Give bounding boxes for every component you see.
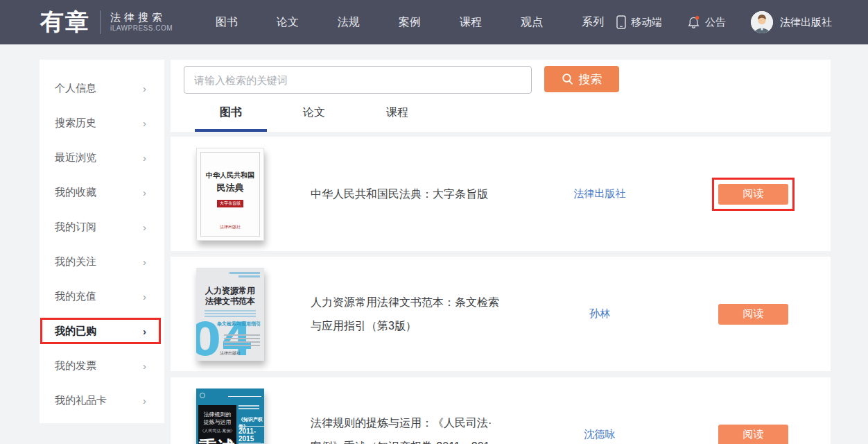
book-cover[interactable]: 法律规则的 提炼与运用 《人民司法·案例》 重述 《知识产权卷》 2011-20… (196, 388, 264, 444)
sidebar-item-search-history[interactable]: 搜索历史› (40, 105, 164, 140)
book-row: 法律规则的 提炼与运用 《人民司法·案例》 重述 《知识产权卷》 2011-20… (171, 377, 831, 444)
read-button[interactable]: 阅读 (718, 304, 788, 325)
cover-publisher: 法律出版社 (196, 350, 264, 357)
sidebar-item-label: 我的礼品卡 (55, 394, 107, 407)
search-icon (562, 73, 574, 85)
cover-decoration (228, 396, 261, 397)
top-navbar: 有章 法律搜索 iLAWPRESS.COM 图书 论文 法规 案例 课程 观点 … (0, 0, 868, 44)
book-author-link[interactable]: 孙林 (541, 307, 659, 321)
sidebar-item-label: 搜索历史 (55, 117, 96, 130)
bell-wrap (687, 15, 700, 29)
search-row: 搜索 (171, 60, 831, 94)
sidebar-item-label: 我的关注 (55, 255, 96, 268)
book-row: 人力资源常用 法律文书范本 04 条文检索与应用指引 法律出版社 人力资源常用法… (171, 257, 831, 371)
chevron-right-icon: › (143, 152, 146, 164)
search-input[interactable] (184, 66, 532, 94)
cover-badge: 大字条旨版 (217, 200, 243, 207)
sidebar-item-purchased[interactable]: 我的已购› (40, 314, 164, 348)
notification-dot (695, 16, 699, 19)
brand-divider (100, 10, 101, 34)
avatar-illustration (751, 11, 773, 33)
book-title: 人力资源常用法律文书范本：条文检索 与应用指引（第3版） (311, 291, 523, 338)
cover-decoration (238, 405, 259, 411)
tab-books[interactable]: 图书 (195, 94, 267, 132)
tab-label: 课程 (386, 105, 408, 120)
book-title-line: 法律规则的提炼与运用：《人民司法· (311, 411, 523, 435)
chevron-right-icon: › (143, 325, 146, 337)
sidebar-item-following[interactable]: 我的关注› (40, 244, 164, 279)
chevron-right-icon: › (143, 291, 146, 302)
user-menu[interactable]: 法律出版社 (751, 11, 832, 33)
chevron-right-icon: › (143, 256, 146, 268)
username: 法律出版社 (780, 16, 832, 29)
mobile-link[interactable]: 移动端 (616, 15, 662, 29)
cover-title-line: 法律规则的 (198, 411, 236, 418)
cover-title-line: 民法典 (201, 182, 259, 194)
sidebar-item-invoices[interactable]: 我的发票› (40, 348, 164, 383)
sidebar-item-favorites[interactable]: 我的收藏› (40, 175, 164, 210)
cover-title-line: 中华人民共和国 (201, 171, 259, 180)
tab-papers[interactable]: 论文 (278, 94, 350, 132)
tab-label: 论文 (303, 105, 325, 120)
chevron-right-icon: › (143, 187, 146, 198)
tab-courses[interactable]: 课程 (361, 94, 433, 132)
book-title-line: 中华人民共和国民法典：大字条旨版 (311, 182, 523, 206)
mobile-phone-icon (616, 15, 626, 29)
tab-label: 图书 (220, 105, 242, 120)
book-author-link[interactable]: 沈德咏 (541, 428, 659, 441)
brand-domain: iLAWPRESS.COM (110, 24, 173, 33)
sidebar-item-label: 个人信息 (55, 82, 96, 95)
sidebar-item-recently-viewed[interactable]: 最近浏览› (40, 140, 164, 175)
sidebar-item-recharge[interactable]: 我的充值› (40, 279, 164, 314)
book-author-link[interactable]: 法律出版社 (541, 187, 659, 200)
search-button-label: 搜索 (579, 71, 602, 87)
sidebar-item-label: 我的收藏 (55, 186, 96, 199)
read-button[interactable]: 阅读 (718, 184, 788, 205)
notice-label: 公告 (705, 16, 726, 29)
book-cover[interactable]: 中华人民共和国 民法典 大字条旨版 法律出版社 (196, 148, 264, 241)
content-tabs: 图书 论文 课程 (171, 94, 831, 132)
main-nav: 图书 论文 法规 案例 课程 观点 系列 (216, 15, 604, 30)
cover-title-line: 提炼与运用 (198, 418, 236, 426)
nav-item-cases[interactable]: 案例 (399, 15, 421, 30)
navbar-right: 移动端 公告 (616, 11, 832, 33)
cover-spine: 法律规则的 提炼与运用 《人民司法·案例》 重述 (198, 405, 236, 444)
account-sidebar: 个人信息› 搜索历史› 最近浏览› 我的收藏› 我的订阅› 我的关注› 我的充值… (40, 60, 164, 423)
sidebar-item-label: 我的发票 (55, 359, 96, 373)
bell-icon (687, 15, 700, 29)
search-button[interactable]: 搜索 (544, 66, 619, 92)
nav-item-opinions[interactable]: 观点 (521, 15, 543, 30)
notice-link[interactable]: 公告 (687, 15, 726, 29)
nav-item-papers[interactable]: 论文 (277, 15, 299, 30)
search-card: 搜索 图书 论文 课程 (171, 60, 831, 132)
sidebar-item-label: 我的已购 (55, 325, 96, 338)
sidebar-item-profile[interactable]: 个人信息› (40, 71, 164, 105)
nav-item-courses[interactable]: 课程 (460, 15, 482, 30)
sidebar-item-label: 我的订阅 (55, 221, 96, 234)
book-cover-art: 中华人民共和国 民法典 大字条旨版 法律出版社 (200, 152, 260, 237)
cover-years: 2011-2015 (238, 426, 264, 444)
mobile-label: 移动端 (631, 16, 662, 29)
book-title-line: 与应用指引（第3版） (311, 314, 523, 338)
brand-logo[interactable]: 有章 法律搜索 iLAWPRESS.COM (40, 6, 173, 38)
chevron-right-icon: › (143, 395, 146, 407)
nav-item-books[interactable]: 图书 (216, 15, 238, 30)
cover-decoration (224, 334, 260, 348)
chevron-right-icon: › (143, 221, 146, 233)
sidebar-item-gift-cards[interactable]: 我的礼品卡› (40, 383, 164, 418)
cover-title-line: 重述 (198, 436, 236, 444)
avatar (751, 11, 773, 33)
cover-title-line: 人力资源常用 法律文书范本 (196, 286, 264, 307)
brand-name: 有章 (40, 6, 90, 38)
nav-item-series[interactable]: 系列 (582, 15, 604, 30)
cover-subtitle: 条文检索与应用指引 (217, 321, 261, 327)
book-cover[interactable]: 人力资源常用 法律文书范本 04 条文检索与应用指引 法律出版社 (196, 268, 264, 361)
book-row: 中华人民共和国 民法典 大字条旨版 法律出版社 中华人民共和国民法典：大字条旨版… (171, 137, 831, 251)
brand-subtitle: 法律搜索 (110, 11, 173, 24)
nav-item-laws[interactable]: 法规 (338, 15, 360, 30)
book-title: 中华人民共和国民法典：大字条旨版 (311, 182, 523, 206)
cover-decoration (229, 272, 260, 279)
sidebar-item-subscriptions[interactable]: 我的订阅› (40, 210, 164, 244)
read-button[interactable]: 阅读 (718, 425, 788, 444)
cover-title-line: 《人民司法·案例》 (198, 428, 236, 434)
